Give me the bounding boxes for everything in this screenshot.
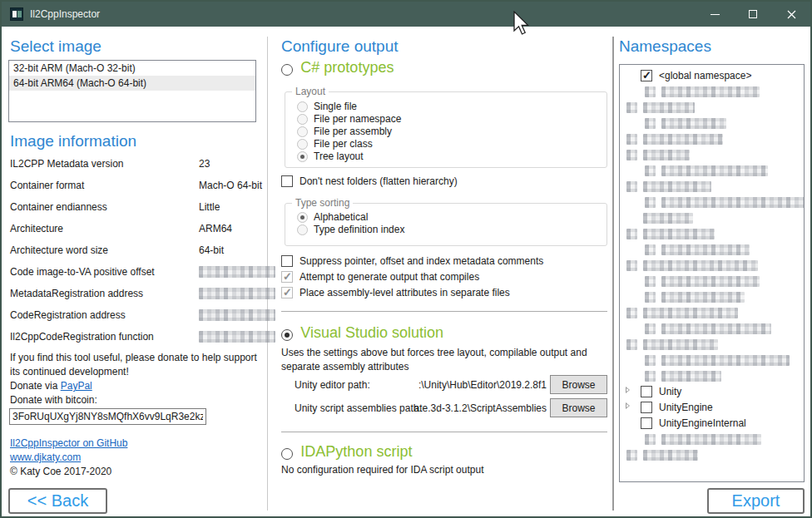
- output-option-label: Attempt to generate output that compiles: [300, 271, 479, 283]
- output-option-row[interactable]: Attempt to generate output that compiles: [281, 271, 479, 283]
- namespace-checkbox[interactable]: [641, 70, 652, 81]
- minimize-button[interactable]: [696, 2, 734, 27]
- image-listbox[interactable]: 32-bit ARM (Mach-O 32-bit)64-bit ARM64 (…: [8, 60, 256, 122]
- namespace-row[interactable]: <global namespace>: [620, 68, 804, 84]
- layout-radio[interactable]: [297, 139, 308, 150]
- namespace-row[interactable]: UnityEngineInternal: [620, 416, 804, 432]
- namespace-row-redacted[interactable]: [620, 289, 804, 305]
- namespace-checkbox[interactable]: [641, 402, 652, 413]
- csharp-prototypes-option[interactable]: C# prototypes: [281, 59, 394, 76]
- unity-script-browse-button[interactable]: Browse: [550, 398, 607, 417]
- ida-script-option[interactable]: IDAPython script: [281, 443, 412, 461]
- namespace-row-redacted[interactable]: [620, 226, 804, 242]
- redacted-block: [645, 355, 656, 366]
- export-button[interactable]: Export: [707, 488, 805, 514]
- unity-editor-browse-button[interactable]: Browse: [550, 375, 607, 394]
- vs-solution-radio[interactable]: [281, 329, 293, 341]
- image-list-item[interactable]: 32-bit ARM (Mach-O 32-bit): [9, 61, 255, 76]
- namespace-row[interactable]: Unity: [620, 384, 804, 400]
- namespace-row-redacted[interactable]: [620, 337, 804, 353]
- namespace-row-redacted[interactable]: [620, 179, 804, 195]
- redacted-block: [645, 276, 656, 287]
- namespace-row-redacted[interactable]: [620, 305, 804, 321]
- output-option-label: Suppress pointer, offset and index metad…: [300, 255, 543, 267]
- redacted-block: [661, 355, 790, 366]
- namespace-row-redacted[interactable]: [620, 321, 804, 337]
- redacted-block: [643, 450, 698, 461]
- redacted-block: [626, 260, 637, 271]
- donate-via-prefix: Donate via: [10, 380, 61, 392]
- maximize-button[interactable]: [734, 2, 772, 27]
- layout-radio[interactable]: [297, 101, 308, 112]
- namespace-row-redacted[interactable]: [620, 163, 804, 179]
- namespace-row-redacted[interactable]: [620, 447, 804, 463]
- back-button[interactable]: << Back: [8, 488, 107, 514]
- namespace-row-redacted[interactable]: [620, 116, 804, 131]
- namespace-row-redacted[interactable]: [620, 84, 804, 100]
- configure-output-heading: Configure output: [281, 37, 399, 56]
- unity-editor-path-value: :\Unity\Hub\Editor\2019.2.8f1: [407, 379, 547, 391]
- namespace-row-redacted[interactable]: [620, 131, 804, 147]
- flatten-checkbox[interactable]: [281, 175, 293, 187]
- type-sorting-radio[interactable]: [297, 212, 308, 223]
- namespace-row-redacted[interactable]: [620, 242, 804, 258]
- vs-solution-option[interactable]: Visual Studio solution: [281, 324, 443, 342]
- title-bar[interactable]: Il2CppInspector: [2, 2, 810, 27]
- namespace-row-redacted[interactable]: [620, 368, 804, 384]
- close-button[interactable]: [772, 2, 810, 27]
- expander-icon[interactable]: [626, 387, 630, 393]
- type-sorting-option[interactable]: Type definition index: [297, 224, 404, 235]
- redacted-block: [645, 244, 656, 255]
- namespace-row-redacted[interactable]: [620, 432, 804, 447]
- donate-text: If you find this tool useful, please don…: [10, 351, 260, 379]
- layout-radio[interactable]: [297, 126, 308, 137]
- layout-option[interactable]: File per assembly: [297, 126, 392, 137]
- layout-option[interactable]: Single file: [297, 101, 357, 112]
- output-option-checkbox[interactable]: [281, 287, 293, 298]
- redacted-block: [645, 371, 656, 382]
- type-sorting-radio[interactable]: [297, 224, 308, 235]
- flatten-checkbox-row[interactable]: Don't nest folders (flatten hierarchy): [281, 175, 458, 187]
- layout-radio[interactable]: [297, 151, 308, 162]
- maximize-icon: [749, 10, 757, 18]
- namespace-label: UnityEngineInternal: [659, 417, 746, 429]
- app-window: Il2CppInspector Select image 32-bit ARM …: [0, 0, 812, 518]
- redacted-block: [661, 292, 745, 303]
- layout-option[interactable]: File per namespace: [297, 113, 401, 125]
- namespace-checkbox[interactable]: [641, 386, 652, 397]
- output-option-checkbox[interactable]: [281, 271, 293, 283]
- info-label: MetadataRegistration address: [10, 288, 143, 299]
- github-link[interactable]: Il2CppInspector on GitHub: [10, 437, 127, 449]
- layout-option[interactable]: File per class: [297, 138, 373, 150]
- type-sorting-groupbox: Type sorting AlphabeticalType definition…: [285, 203, 607, 246]
- layout-option[interactable]: Tree layout: [297, 150, 364, 162]
- output-option-row[interactable]: Suppress pointer, offset and index metad…: [281, 255, 543, 267]
- namespaces-listbox[interactable]: <global namespace>UnityUnityEngineUnityE…: [619, 64, 805, 482]
- ida-script-radio[interactable]: [281, 448, 293, 460]
- redacted-block: [626, 308, 637, 318]
- namespace-row-redacted[interactable]: [620, 274, 804, 289]
- namespace-row-redacted[interactable]: [620, 353, 804, 368]
- output-option-row[interactable]: Place assembly-level attributes in separ…: [281, 287, 510, 298]
- close-icon: [787, 10, 796, 19]
- redacted-block: [643, 134, 723, 145]
- csharp-prototypes-radio[interactable]: [281, 64, 293, 76]
- layout-radio[interactable]: [297, 114, 308, 125]
- namespace-row-redacted[interactable]: [620, 258, 804, 274]
- info-value: Little: [199, 201, 220, 213]
- namespace-row-redacted[interactable]: [620, 100, 804, 116]
- type-sorting-option[interactable]: Alphabetical: [297, 211, 368, 223]
- namespace-row[interactable]: UnityEngine: [620, 400, 804, 416]
- website-link[interactable]: www.djkaty.com: [10, 451, 81, 463]
- namespace-row-redacted[interactable]: [620, 210, 804, 226]
- redacted-block: [645, 323, 656, 334]
- redacted-block: [661, 86, 760, 97]
- namespace-checkbox[interactable]: [641, 417, 652, 429]
- bitcoin-address-field[interactable]: [9, 408, 206, 425]
- namespace-row-redacted[interactable]: [620, 195, 804, 210]
- output-option-checkbox[interactable]: [281, 255, 293, 267]
- paypal-link[interactable]: PayPal: [61, 380, 92, 392]
- namespace-row-redacted[interactable]: [620, 147, 804, 163]
- image-list-item[interactable]: 64-bit ARM64 (Mach-O 64-bit): [9, 76, 255, 91]
- expander-icon[interactable]: [626, 402, 630, 409]
